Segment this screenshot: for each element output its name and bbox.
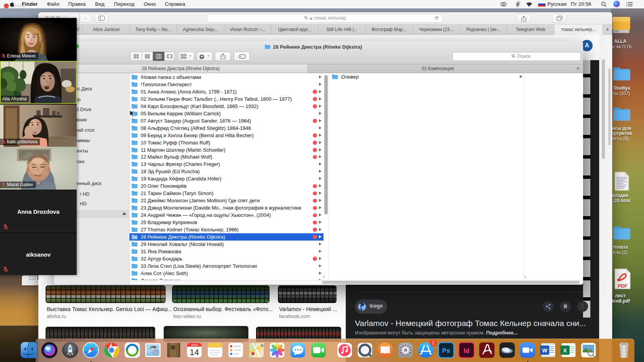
svg-text:Ps: Ps <box>442 347 450 354</box>
svg-text:14: 14 <box>190 347 199 357</box>
svg-text:W: W <box>542 347 547 354</box>
svg-text:PDF: PDF <box>618 283 628 289</box>
svg-text:МАЙ: МАЙ <box>191 343 198 347</box>
svg-text:X: X <box>563 347 567 354</box>
svg-text:Id: Id <box>463 347 469 354</box>
